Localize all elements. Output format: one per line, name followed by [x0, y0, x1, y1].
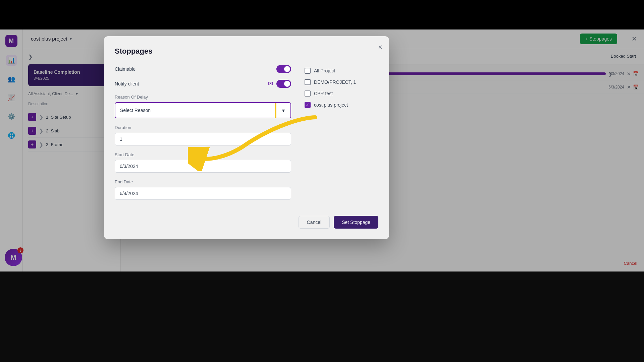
modal-title: Stoppages [115, 47, 378, 56]
checkbox-cost-plus-project-label: cost plus project [314, 102, 348, 108]
checkbox-cost-plus-project[interactable]: cost plus project [305, 102, 378, 108]
select-reason-wrapper: Select Reason ▾ [115, 102, 291, 118]
duration-label: Duration [115, 125, 291, 130]
chevron-down-icon: ▾ [282, 107, 285, 114]
checkbox-all-project-input[interactable] [305, 68, 311, 74]
notify-client-toggle[interactable] [276, 80, 291, 88]
end-date-label: End Date [115, 179, 291, 184]
claimable-label: Claimable [115, 66, 136, 72]
checkbox-cost-plus-project-input[interactable] [305, 102, 311, 108]
checkbox-demo-project[interactable]: DEMO/PROJECT, 1 [305, 79, 378, 85]
select-reason-input[interactable]: Select Reason [115, 104, 276, 116]
cancel-button[interactable]: Cancel [299, 216, 330, 229]
checkbox-cpr-test-label: CPR test [314, 91, 333, 96]
stoppages-modal: Stoppages × Claimable Notify client ✉ Re… [104, 36, 389, 239]
start-date-label: Start Date [115, 152, 291, 157]
checkbox-demo-project-input[interactable] [305, 79, 311, 85]
checkbox-cpr-test[interactable]: CPR test [305, 90, 378, 97]
mail-icon: ✉ [268, 80, 273, 87]
claimable-toggle[interactable] [276, 65, 291, 73]
end-date-input[interactable] [115, 187, 291, 200]
checkbox-all-project[interactable]: All Project [305, 68, 378, 74]
reason-of-delay-label: Reason Of Delay [115, 95, 291, 100]
select-reason-dropdown-button[interactable]: ▾ [276, 103, 290, 118]
modal-body: Claimable Notify client ✉ Reason Of Dela… [115, 65, 378, 206]
modal-right-column: All Project DEMO/PROJECT, 1 CPR test cos… [305, 65, 378, 206]
notify-client-controls: ✉ [268, 80, 291, 88]
set-stoppage-button[interactable]: Set Stoppage [334, 216, 378, 229]
checkbox-all-project-label: All Project [314, 68, 335, 73]
modal-close-button[interactable]: × [378, 43, 382, 52]
checkbox-demo-project-label: DEMO/PROJECT, 1 [314, 79, 356, 85]
modal-footer: Cancel Set Stoppage [115, 216, 378, 229]
start-date-input[interactable] [115, 160, 291, 173]
notify-client-row: Notify client ✉ [115, 80, 291, 88]
modal-left-column: Claimable Notify client ✉ Reason Of Dela… [115, 65, 291, 206]
duration-input[interactable] [115, 133, 291, 145]
checkbox-cpr-test-input[interactable] [305, 90, 311, 97]
claimable-row: Claimable [115, 65, 291, 73]
notify-client-label: Notify client [115, 81, 139, 86]
